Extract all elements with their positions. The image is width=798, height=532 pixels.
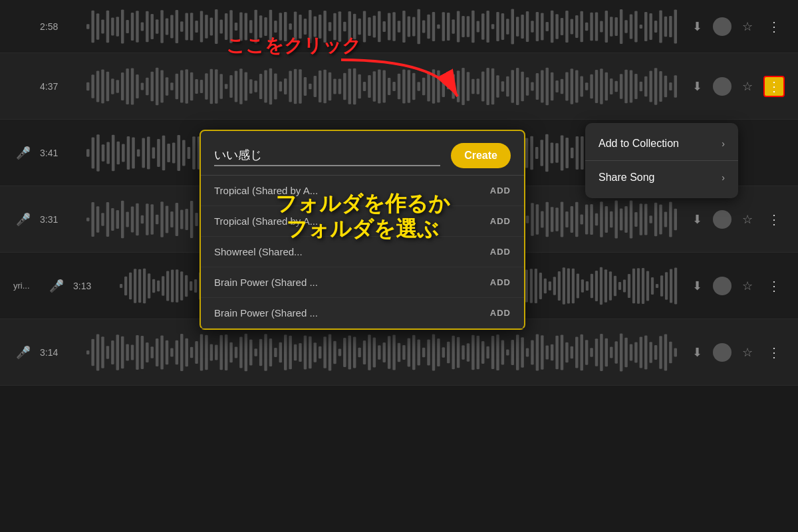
svg-rect-579 [581, 279, 584, 293]
circle-btn[interactable] [713, 277, 732, 295]
svg-rect-58 [373, 15, 376, 37]
svg-rect-331 [545, 134, 549, 171]
more-menu-button-active[interactable]: ⋮ [763, 76, 785, 97]
collection-item-name: Tropical (Shared by A... [214, 215, 318, 227]
svg-rect-29 [229, 10, 232, 43]
collection-list-item[interactable]: Tropical (Shared by A... ADD [201, 206, 524, 237]
svg-rect-18 [176, 9, 178, 43]
svg-rect-598 [670, 269, 672, 303]
svg-rect-328 [530, 136, 533, 170]
collection-list-item[interactable]: Brain Power (Shared ... ADD [201, 298, 524, 329]
download-icon[interactable]: ⬇ [692, 79, 702, 94]
svg-rect-464 [600, 201, 602, 237]
download-icon[interactable]: ⬇ [692, 212, 702, 227]
svg-rect-478 [669, 201, 672, 237]
svg-rect-20 [186, 13, 188, 40]
svg-rect-609 [131, 344, 134, 360]
collection-list-item[interactable]: Tropical (Shared by A... ADD [201, 176, 524, 206]
more-menu-button[interactable]: ⋮ [763, 16, 785, 37]
share-song-menu-item[interactable]: Share Song › [585, 162, 738, 193]
star-icon[interactable]: ☆ [742, 79, 753, 94]
circle-btn[interactable] [713, 210, 732, 229]
more-menu-button[interactable]: ⋮ [763, 209, 785, 230]
svg-rect-174 [353, 68, 356, 104]
svg-rect-688 [521, 337, 523, 368]
svg-rect-670 [432, 334, 435, 370]
svg-rect-182 [392, 81, 395, 90]
circle-btn[interactable] [713, 77, 732, 96]
svg-rect-9 [131, 12, 134, 40]
svg-rect-26 [215, 9, 217, 44]
add-to-collection-button[interactable]: ADD [490, 186, 511, 196]
svg-rect-87 [516, 17, 519, 37]
collection-name-input[interactable] [214, 146, 440, 166]
svg-rect-134 [156, 67, 158, 105]
track-actions: ⬇ ☆ ⋮ [692, 16, 785, 37]
star-icon[interactable]: ☆ [742, 345, 753, 360]
svg-rect-717 [664, 334, 667, 370]
svg-rect-188 [422, 77, 425, 94]
add-to-collection-button[interactable]: ADD [490, 247, 511, 257]
svg-rect-88 [521, 15, 523, 39]
download-icon[interactable]: ⬇ [692, 19, 702, 34]
create-button[interactable]: Create [451, 143, 511, 168]
svg-rect-470 [630, 200, 632, 238]
svg-rect-258 [178, 135, 181, 171]
svg-rect-245 [112, 134, 115, 170]
svg-rect-152 [245, 72, 247, 100]
svg-rect-569 [535, 268, 537, 303]
download-icon[interactable]: ⬇ [692, 279, 702, 293]
star-icon[interactable]: ☆ [742, 279, 753, 293]
download-icon[interactable]: ⬇ [692, 345, 702, 360]
svg-rect-132 [146, 77, 148, 94]
collection-list-item[interactable]: Showreel (Shared... ADD [201, 237, 524, 267]
add-to-collection-button[interactable]: ADD [490, 277, 511, 287]
star-icon[interactable]: ☆ [742, 212, 753, 227]
svg-rect-490 [166, 271, 169, 301]
svg-rect-714 [649, 342, 652, 363]
svg-rect-640 [284, 334, 287, 370]
svg-rect-246 [117, 141, 120, 164]
svg-rect-95 [555, 14, 558, 39]
svg-rect-626 [215, 344, 217, 360]
more-menu-button[interactable]: ⋮ [763, 342, 785, 363]
svg-rect-218 [571, 68, 573, 104]
svg-rect-668 [422, 347, 425, 356]
svg-rect-177 [368, 74, 370, 97]
svg-rect-189 [427, 71, 430, 101]
svg-rect-256 [167, 144, 170, 162]
svg-rect-129 [131, 68, 134, 104]
collection-header: Create [201, 131, 524, 176]
svg-rect-715 [654, 345, 657, 360]
svg-rect-119 [674, 9, 677, 43]
star-icon[interactable]: ☆ [742, 19, 753, 34]
svg-rect-707 [614, 341, 617, 363]
svg-rect-335 [565, 138, 569, 168]
svg-rect-130 [136, 74, 138, 98]
svg-rect-14 [156, 19, 158, 33]
svg-rect-611 [141, 335, 144, 368]
svg-rect-372 [146, 203, 148, 235]
add-to-collection-menu-item[interactable]: Add to Collection › [585, 128, 738, 159]
svg-rect-654 [353, 336, 356, 368]
circle-btn[interactable] [713, 343, 732, 362]
svg-rect-242 [96, 134, 100, 171]
collection-list-item[interactable]: Brain Power (Shared ... ADD [201, 267, 524, 298]
svg-rect-46 [314, 16, 317, 37]
add-to-collection-button[interactable]: ADD [490, 308, 511, 318]
svg-rect-484 [138, 269, 141, 303]
svg-rect-210 [531, 82, 533, 90]
track-duration: 4:37 [40, 81, 73, 92]
svg-rect-199 [477, 78, 479, 94]
svg-rect-366 [116, 209, 119, 228]
add-to-collection-button[interactable]: ADD [490, 216, 511, 226]
svg-rect-371 [141, 215, 144, 223]
svg-rect-365 [111, 207, 114, 230]
svg-rect-666 [412, 334, 415, 370]
circle-btn[interactable] [713, 17, 732, 36]
svg-rect-203 [496, 75, 499, 98]
more-menu-button[interactable]: ⋮ [763, 275, 785, 297]
svg-rect-128 [126, 68, 128, 104]
svg-rect-363 [101, 213, 104, 226]
svg-rect-131 [141, 82, 144, 90]
